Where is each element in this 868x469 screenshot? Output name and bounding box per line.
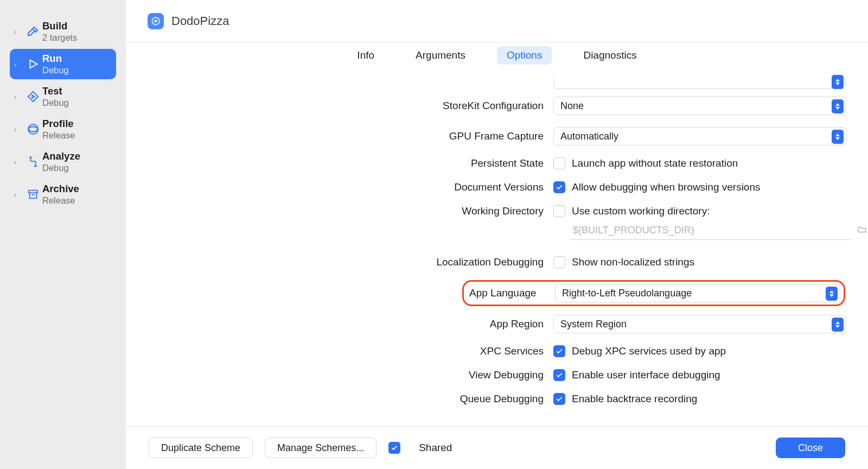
sidebar-item-profile[interactable]: › Profile Release	[10, 114, 116, 144]
sidebar-item-label: Build	[42, 20, 77, 31]
queuedbg-label: Queue Debugging	[126, 393, 553, 405]
appregion-popup[interactable]: System Region	[553, 315, 846, 333]
app-icon	[148, 13, 164, 29]
docversions-checkbox[interactable]	[553, 181, 565, 193]
xpc-text: Debug XPC services used by app	[572, 345, 726, 357]
scheme-header: DodoPizza	[126, 0, 868, 42]
tab-options[interactable]: Options	[497, 46, 552, 65]
viewdbg-label: View Debugging	[126, 369, 553, 381]
appregion-value: System Region	[560, 319, 627, 330]
stepper-icon	[826, 287, 838, 301]
main-panel: DodoPizza Info Arguments Options Diagnos…	[126, 0, 868, 469]
sidebar-item-sub: Release	[42, 130, 75, 141]
app-language-highlight: App Language Right-to-Left Pseudolanguag…	[462, 280, 845, 306]
sidebar-item-archive[interactable]: › Archive Release	[10, 179, 116, 210]
sidebar-item-label: Run	[42, 53, 69, 64]
chevron-right-icon: ›	[14, 158, 24, 166]
tab-arguments[interactable]: Arguments	[406, 46, 475, 65]
svg-rect-1	[29, 191, 38, 193]
storekit-value: None	[560, 100, 584, 112]
viewdbg-checkbox[interactable]	[553, 369, 565, 381]
storekit-label: StoreKit Configuration	[126, 100, 553, 112]
sidebar-item-run[interactable]: › Run Debug	[10, 49, 116, 79]
locdebug-checkbox[interactable]	[553, 256, 565, 268]
sidebar-item-sub: Debug	[42, 98, 69, 108]
sidebar-item-analyze[interactable]: › Analyze Debug	[10, 147, 116, 177]
gpu-popup[interactable]: Automatically	[553, 127, 846, 145]
persistent-state-label: Persistent State	[126, 157, 553, 169]
applang-popup[interactable]: Right-to-Left Pseudolanguage	[555, 284, 840, 302]
persistent-state-checkbox[interactable]	[553, 157, 565, 169]
xpc-label: XPC Services	[126, 345, 553, 357]
scheme-sidebar: › Build 2 targets › Run Debug › Test Deb…	[0, 0, 126, 469]
tab-info[interactable]: Info	[347, 46, 384, 65]
sidebar-item-test[interactable]: › Test Debug	[10, 81, 116, 112]
applang-value: Right-to-Left Pseudolanguage	[562, 288, 692, 299]
chevron-right-icon: ›	[14, 28, 24, 36]
sidebar-item-build[interactable]: › Build 2 targets	[10, 16, 116, 47]
shared-checkbox[interactable]	[388, 442, 400, 454]
xpc-checkbox[interactable]	[553, 345, 565, 357]
archive-icon	[24, 188, 42, 200]
sidebar-item-sub: Debug	[42, 65, 69, 75]
sidebar-item-label: Test	[42, 85, 69, 97]
locdebug-text: Show non-localized strings	[572, 256, 694, 268]
docversions-label: Document Versions	[126, 181, 553, 193]
sidebar-item-label: Archive	[42, 183, 79, 194]
close-button[interactable]: Close	[776, 438, 845, 458]
applang-label: App Language	[469, 287, 550, 299]
workdir-label: Working Directory	[126, 205, 553, 217]
chevron-right-icon: ›	[14, 191, 24, 199]
locdebug-label: Localization Debugging	[126, 256, 553, 268]
gauge-icon	[24, 123, 42, 136]
flow-icon	[24, 156, 42, 168]
persistent-state-text: Launch app without state restoration	[572, 157, 738, 169]
chevron-right-icon: ›	[14, 60, 24, 68]
chevron-right-icon: ›	[14, 125, 24, 134]
queuedbg-text: Enable backtrace recording	[572, 393, 697, 405]
stepper-icon	[832, 75, 844, 89]
sidebar-item-sub: Debug	[42, 163, 80, 173]
shared-label: Shared	[419, 442, 452, 454]
duplicate-scheme-button[interactable]: Duplicate Scheme	[149, 438, 253, 458]
stepper-icon	[832, 99, 844, 113]
app-name: DodoPizza	[171, 14, 229, 28]
tab-diagnostics[interactable]: Diagnostics	[573, 46, 646, 65]
sidebar-item-sub: 2 targets	[42, 33, 77, 43]
options-content: StoreKit Configuration None GPU Frame Ca…	[126, 68, 868, 427]
docversions-text: Allow debugging when browsing versions	[572, 181, 760, 193]
gpu-value: Automatically	[560, 131, 618, 142]
diamond-play-icon	[24, 91, 42, 103]
footer: Duplicate Scheme Manage Schemes... Share…	[126, 427, 868, 469]
viewdbg-text: Enable user interface debugging	[572, 369, 720, 381]
svg-point-0	[28, 124, 38, 134]
appregion-label: App Region	[126, 318, 553, 330]
storekit-popup[interactable]: None	[553, 97, 846, 115]
stepper-icon	[832, 130, 844, 144]
stepper-icon	[832, 318, 844, 332]
hammer-icon	[24, 25, 42, 38]
sidebar-item-sub: Release	[42, 195, 79, 206]
truncated-popup[interactable]	[553, 78, 846, 89]
gpu-label: GPU Frame Capture	[126, 130, 553, 142]
tab-bar: Info Arguments Options Diagnostics	[126, 42, 868, 68]
workdir-field: $(BUILT_PRODUCTS_DIR)	[570, 221, 851, 240]
sidebar-item-label: Analyze	[42, 150, 80, 162]
folder-icon[interactable]	[856, 225, 868, 237]
manage-schemes-button[interactable]: Manage Schemes...	[265, 438, 376, 458]
sidebar-item-label: Profile	[42, 118, 75, 129]
chevron-right-icon: ›	[14, 93, 24, 101]
workdir-text: Use custom working directory:	[572, 205, 710, 217]
play-icon	[24, 58, 42, 70]
workdir-checkbox[interactable]	[553, 205, 565, 217]
queuedbg-checkbox[interactable]	[553, 393, 565, 405]
